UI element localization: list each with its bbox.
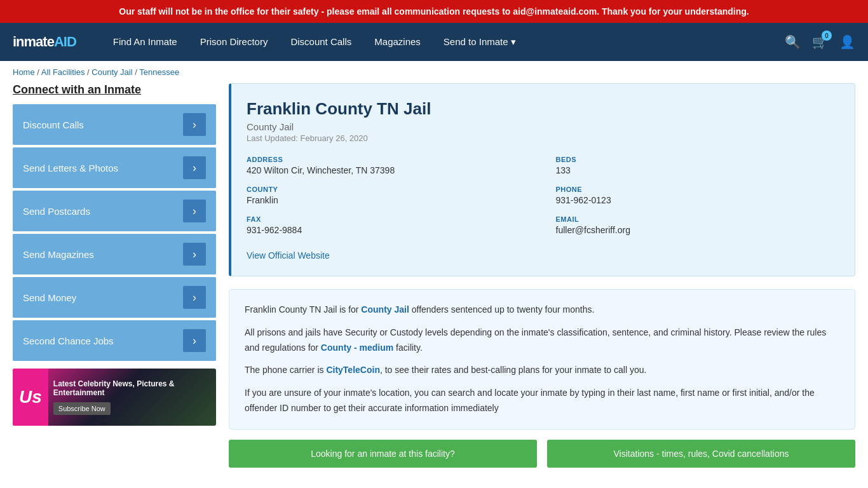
county-medium-link[interactable]: County - medium bbox=[321, 342, 393, 353]
main-content: Connect with an Inmate Discount Calls › … bbox=[0, 83, 868, 488]
email-block: EMAIL fuller@fcsheriff.org bbox=[556, 215, 840, 235]
breadcrumb-state[interactable]: Tennessee bbox=[139, 67, 179, 77]
breadcrumb-county-jail[interactable]: County Jail bbox=[92, 67, 132, 77]
nav-send-to-inmate[interactable]: Send to Inmate ▾ bbox=[432, 23, 527, 61]
ad-logo: Us bbox=[13, 369, 48, 426]
facility-updated: Last Updated: February 26, 2020 bbox=[247, 133, 839, 143]
sidebar-btn-postcards[interactable]: Send Postcards › bbox=[13, 191, 216, 231]
visitations-button[interactable]: Visitations - times, rules, Covid cancel… bbox=[547, 440, 855, 468]
sidebar: Connect with an Inmate Discount Calls › … bbox=[13, 83, 216, 478]
phone-block: PHONE 931-962-0123 bbox=[556, 186, 840, 205]
breadcrumb-all-facilities[interactable]: All Facilities bbox=[41, 67, 85, 77]
citytelecoin-link[interactable]: CityTeleCoin bbox=[326, 365, 380, 375]
view-official-link[interactable]: View Official Website bbox=[247, 250, 330, 261]
nav-right: 🔍 🛒 0 👤 bbox=[785, 34, 855, 50]
sidebar-ad: Us Latest Celebrity News, Pictures & Ent… bbox=[13, 369, 216, 426]
arrow-icon: › bbox=[183, 286, 206, 309]
fax-block: FAX 931-962-9884 bbox=[247, 215, 531, 235]
arrow-icon: › bbox=[183, 243, 206, 266]
action-buttons: Looking for an inmate at this facility? … bbox=[229, 440, 855, 468]
ad-subscribe-button[interactable]: Subscribe Now bbox=[53, 402, 111, 415]
connect-title: Connect with an Inmate bbox=[13, 83, 216, 97]
facility-description: Franklin County TN Jail is for County Ja… bbox=[229, 289, 855, 430]
desc-p4: If you are unsure of your inmate's locat… bbox=[245, 386, 839, 416]
sidebar-btn-jobs[interactable]: Second Chance Jobs › bbox=[13, 320, 216, 361]
sidebar-btn-send-money[interactable]: Send Money › bbox=[13, 277, 216, 318]
breadcrumb-home[interactable]: Home bbox=[13, 67, 35, 77]
nav-magazines[interactable]: Magazines bbox=[363, 23, 432, 61]
nav-prison-directory[interactable]: Prison Directory bbox=[189, 23, 280, 61]
search-icon[interactable]: 🔍 bbox=[785, 34, 801, 50]
desc-p2: All prisons and jails have Security or C… bbox=[245, 325, 839, 356]
breadcrumb: Home / All Facilities / County Jail / Te… bbox=[0, 61, 868, 83]
arrow-icon: › bbox=[183, 113, 206, 136]
beds-block: BEDS 133 bbox=[556, 156, 840, 175]
facility-name: Franklin County TN Jail bbox=[247, 99, 839, 119]
nav-discount-calls[interactable]: Discount Calls bbox=[279, 23, 363, 61]
main-nav: inmateAID Find An Inmate Prison Director… bbox=[0, 23, 868, 61]
facility-card: Franklin County TN Jail County Jail Last… bbox=[229, 83, 855, 276]
arrow-icon: › bbox=[183, 200, 206, 222]
desc-p3: The phone carrier is CityTeleCoin, to se… bbox=[245, 363, 839, 378]
address-block: ADDRESS 420 Wilton Cir, Winchester, TN 3… bbox=[247, 156, 531, 175]
county-jail-link[interactable]: County Jail bbox=[361, 304, 409, 315]
cart-badge: 0 bbox=[822, 30, 832, 41]
facility-info-grid: ADDRESS 420 Wilton Cir, Winchester, TN 3… bbox=[247, 156, 839, 235]
user-icon[interactable]: 👤 bbox=[839, 34, 855, 50]
facility-content: Franklin County TN Jail County Jail Last… bbox=[229, 83, 855, 478]
alert-banner: Our staff will not be in the office for … bbox=[0, 0, 868, 23]
desc-p1: Franklin County TN Jail is for County Ja… bbox=[245, 302, 839, 318]
nav-links: Find An Inmate Prison Directory Discount… bbox=[102, 23, 785, 61]
sidebar-btn-magazines[interactable]: Send Magazines › bbox=[13, 234, 216, 274]
arrow-icon: › bbox=[183, 329, 206, 352]
site-logo[interactable]: inmateAID bbox=[13, 34, 76, 50]
looking-for-inmate-button[interactable]: Looking for an inmate at this facility? bbox=[229, 440, 537, 468]
sidebar-btn-letters[interactable]: Send Letters & Photos › bbox=[13, 147, 216, 188]
county-block: COUNTY Franklin bbox=[247, 186, 531, 205]
cart-wrapper[interactable]: 🛒 0 bbox=[812, 34, 828, 50]
nav-find-inmate[interactable]: Find An Inmate bbox=[102, 23, 189, 61]
sidebar-btn-discount-calls[interactable]: Discount Calls › bbox=[13, 104, 216, 145]
facility-type: County Jail bbox=[247, 121, 839, 132]
ad-title: Latest Celebrity News, Pictures & Entert… bbox=[53, 379, 211, 397]
arrow-icon: › bbox=[183, 156, 206, 179]
